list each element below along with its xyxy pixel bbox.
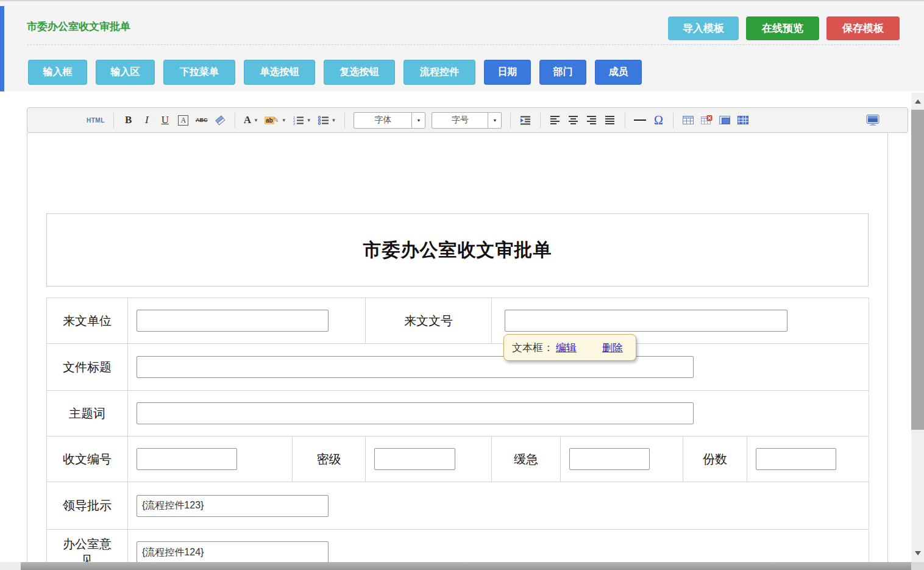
copies-input[interactable] [756,448,836,470]
chevron-down-icon: ▼ [254,118,258,123]
table-row: 来文单位 来文文号 [47,298,869,344]
toolbar-separator [673,113,673,128]
font-family-select[interactable]: 字体 ▼ [354,112,425,129]
style-box-button[interactable]: A [177,112,190,128]
table-row: 文件标题 [47,344,869,391]
receipt-no-label: 收文编号 [47,436,128,482]
align-right-icon [587,115,597,125]
cell-properties-button[interactable] [719,112,731,128]
html-source-button[interactable]: HTML [87,112,105,128]
table-properties-icon [737,115,749,125]
horizontal-rule-button[interactable] [634,112,646,128]
table-properties-button[interactable] [737,112,749,128]
widget-input-area-button[interactable]: 输入区 [96,60,155,85]
chevron-down-icon: ▼ [332,118,336,123]
toolbar-separator [510,113,511,128]
save-template-button[interactable]: 保存模板 [826,16,900,40]
unordered-list-button[interactable]: ▼ [318,112,336,128]
horizontal-scrollbar-thumb[interactable] [21,562,911,570]
secrecy-level-input[interactable] [374,448,455,470]
delete-table-icon [701,115,713,125]
header-divider [27,45,900,45]
italic-button[interactable]: I [141,112,153,128]
chevron-down-icon: ▼ [307,118,311,123]
leader-instructions-label: 领导批示 [47,482,128,530]
insert-table-button[interactable] [682,112,694,128]
header-actions: 导入模板 在线预览 保存模板 [668,16,900,40]
widget-radio-button-button[interactable]: 单选按钮 [244,60,315,85]
urgency-label: 缓急 [492,436,561,482]
widget-member-button[interactable]: 成员 [595,60,642,85]
indent-icon [519,115,531,125]
vertical-scrollbar [911,93,924,563]
eraser-button[interactable] [214,112,226,128]
align-left-icon [550,115,560,125]
align-center-button[interactable] [567,112,580,128]
widget-toolbar: 输入框 输入区 下拉菜单 单选按钮 复选按钮 流程控件 日期 部门 成员 [28,60,642,85]
table-row: 主题词 [47,391,869,436]
special-char-button[interactable]: Ω [652,112,664,128]
scroll-up-button[interactable] [911,95,924,107]
insert-table-icon [683,115,694,125]
ordered-list-button[interactable]: 1 2 3 ▼ [293,112,311,128]
edit-link[interactable]: 编辑 [556,341,577,355]
online-preview-button[interactable]: 在线预览 [746,16,819,40]
chevron-down-icon: ▼ [488,113,501,128]
triangle-up-icon [915,99,921,104]
fullscreen-button[interactable] [866,112,880,128]
widget-dropdown-menu-button[interactable]: 下拉菜单 [163,60,235,85]
bottom-bar [0,562,924,570]
font-size-select[interactable]: 字号 ▼ [432,112,502,129]
scroll-down-button[interactable] [911,547,924,559]
align-right-button[interactable] [586,112,598,128]
pencil-icon: ✎ [273,116,279,124]
receipt-no-input[interactable] [137,448,237,470]
triangle-down-icon [915,551,921,555]
copies-label: 份数 [683,436,747,482]
align-justify-icon [605,115,615,125]
editor-content: 市委办公室收文审批单 来文单位 来文文号 文件标题 主题词 收文编号 密级 缓急 [27,133,888,562]
delete-table-button[interactable] [700,112,713,128]
align-center-icon [569,115,578,125]
font-color-button[interactable]: A ▼ [244,112,258,128]
toolbar-separator [113,113,114,128]
leader-instructions-input[interactable] [137,495,329,517]
import-template-button[interactable]: 导入模板 [668,16,739,40]
chevron-down-icon: ▼ [282,118,286,123]
table-row: 办公室意见 [47,530,869,563]
left-edge-accent [0,6,4,91]
font-color-a-icon: A [244,114,251,126]
widget-flow-control-button[interactable]: 流程控件 [403,60,475,85]
source-unit-input[interactable] [137,310,329,332]
widget-department-button[interactable]: 部门 [539,60,586,85]
ordered-list-icon: 1 2 3 [293,115,304,125]
office-opinion-input[interactable] [137,541,329,562]
horizontal-rule-icon [634,119,646,121]
subject-words-input[interactable] [137,402,694,424]
bold-button[interactable]: B [123,112,135,128]
delete-link[interactable]: 删除 [602,341,623,355]
highlight-button[interactable]: ab ✎ ▼ [265,112,286,128]
font-size-label: 字号 [432,115,488,126]
align-left-button[interactable] [549,112,561,128]
source-doc-no-label: 来文文号 [366,298,492,344]
widget-input-box-button[interactable]: 输入框 [28,60,87,85]
boxed-a-icon: A [178,115,188,126]
widget-date-button[interactable]: 日期 [484,60,531,85]
strikethrough-button[interactable]: ABC [196,112,208,128]
source-unit-label: 来文单位 [47,298,128,344]
scrollbar-thumb[interactable] [911,110,924,430]
toolbar-separator [235,113,235,128]
doc-title-label: 文件标题 [47,344,128,391]
toolbar-separator [625,113,625,128]
subject-words-label: 主题词 [47,391,128,436]
indent-button[interactable] [519,112,531,128]
urgency-input[interactable] [569,448,650,470]
form-title: 市委办公室收文审批单 [363,238,552,263]
align-justify-button[interactable] [604,112,616,128]
field-tooltip: 文本框： 编辑 删除 [503,334,636,361]
underline-button[interactable]: U [159,112,171,128]
source-doc-no-input[interactable] [505,310,787,332]
widget-checkbox-button[interactable]: 复选按钮 [324,60,395,85]
page-title: 市委办公室收文审批单 [27,20,130,34]
